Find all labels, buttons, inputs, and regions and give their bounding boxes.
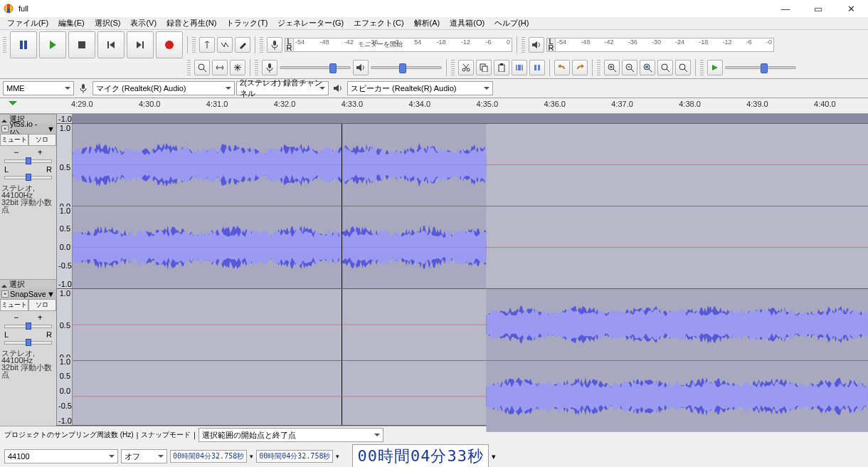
toolbar-grip[interactable] [3,37,6,53]
record-meter[interactable]: LR -54-48-42-36-3 モニターを開始 54-18-12-60 [285,38,512,52]
audio-host-combo[interactable]: MME [3,81,74,95]
svg-point-36 [644,64,650,70]
record-volume-slider[interactable] [280,66,351,69]
close-button[interactable]: ✕ [837,4,865,14]
toolbar-grip[interactable] [187,60,191,75]
skip-start-button[interactable] [97,31,125,58]
menu-analyze[interactable]: 解析(A) [410,17,445,29]
menu-effect[interactable]: エフェクト(C) [349,17,408,29]
toolbar-grip[interactable] [597,60,600,75]
speaker-icon [330,80,346,96]
track-select-label[interactable]: 選択 [9,279,25,290]
cut-button[interactable] [458,60,474,75]
playback-meter[interactable]: LR -54-48-42-36-30-24-18-12-6-0 [546,38,774,52]
maximize-button[interactable]: ▭ [804,4,832,14]
solo-button[interactable]: ソロ [28,134,57,146]
zoom-out-button[interactable] [622,60,637,75]
playback-device-combo[interactable]: スピーカー (Realtek(R) Audio) [347,81,493,95]
selection-start-field[interactable]: 00時間04分32.758秒 [170,450,247,463]
svg-rect-4 [24,41,27,49]
copy-button[interactable] [476,60,492,75]
menu-select[interactable]: 選択(S) [90,17,125,29]
svg-rect-3 [20,41,23,49]
paste-button[interactable] [494,60,509,75]
play-button[interactable] [39,31,66,58]
zoom-tool[interactable] [194,60,210,75]
speaker-icon [353,60,369,75]
redo-button[interactable] [572,60,588,75]
solo-button[interactable]: ソロ [28,299,57,311]
svg-marker-17 [356,64,361,71]
menu-tools[interactable]: 道具箱(O) [445,17,489,29]
multi-tool[interactable]: ✳ [230,60,245,75]
mute-button[interactable]: ミュート [0,134,28,146]
stop-button[interactable] [68,31,95,58]
snap-combo[interactable]: オフ [121,449,167,463]
svg-point-19 [467,68,470,71]
svg-rect-1 [7,4,10,9]
toolbar-grip[interactable] [522,37,525,53]
minimize-button[interactable]: — [771,4,800,14]
selection-format-combo[interactable]: 選択範囲の開始点と終了点 [199,428,383,442]
zoom-in-button[interactable] [604,60,620,75]
toolbar-grip[interactable] [451,60,455,75]
silence-button[interactable] [529,60,545,75]
skip-end-button[interactable] [127,31,154,58]
toolbar-grip[interactable] [255,60,258,75]
menu-edit[interactable]: 編集(E) [54,17,89,29]
track-close-button[interactable]: × [1,125,9,132]
timeshift-tool[interactable] [212,60,228,75]
window-title: full [18,4,771,13]
menu-file[interactable]: ファイル(F) [3,17,53,29]
audio-position-display[interactable]: 00時間04分33秒 [352,444,488,467]
recording-device-combo[interactable]: マイク (Realtek(R) Audio) [92,81,235,95]
selection-tool[interactable] [199,37,215,53]
svg-rect-44 [82,84,85,89]
toolbar-grip[interactable] [260,37,263,53]
track-name[interactable]: SnapSave.io [10,290,46,298]
envelope-tool[interactable] [217,37,233,53]
pan-slider[interactable] [4,341,52,345]
recording-channels-combo[interactable]: 2(ステレオ) 録音チャンネル [236,81,329,95]
menubar: ファイル(F) 編集(E) 選択(S) 表示(V) 録音と再生(N) トラック(… [0,17,868,30]
svg-line-40 [667,69,669,72]
project-rate-combo[interactable]: 44100 [4,449,118,463]
mute-button[interactable]: ミュート [0,299,28,311]
svg-rect-37 [645,65,648,68]
play-at-speed-button[interactable] [707,60,723,75]
svg-rect-24 [518,65,521,70]
mic-icon[interactable] [267,37,282,53]
pan-slider[interactable] [4,176,52,179]
svg-rect-28 [538,65,540,70]
speaker-icon[interactable] [529,37,544,53]
fit-selection-button[interactable] [640,60,655,75]
draw-tool[interactable] [235,37,250,53]
menu-help[interactable]: ヘルプ(H) [490,17,533,29]
track-menu-button[interactable]: ▼ [47,290,55,298]
timeline-ruler[interactable]: 4:29.04:30.04:31.04:32.04:33.04:34.04:35… [0,98,868,114]
svg-line-38 [649,69,652,72]
menu-view[interactable]: 表示(V) [126,17,161,29]
menu-tracks[interactable]: トラック(T) [222,17,272,29]
playback-volume-slider[interactable] [371,66,442,69]
track-menu-button[interactable]: ▼ [47,125,55,133]
trim-button[interactable] [512,60,527,75]
menu-generate[interactable]: ジェネレーター(G) [273,17,348,29]
track-close-button[interactable]: × [1,290,9,298]
undo-button[interactable] [554,60,570,75]
zoom-toggle-button[interactable] [675,60,691,75]
record-button[interactable] [156,31,183,58]
toolbar-grip[interactable] [700,60,704,75]
mic-icon [75,80,91,96]
gain-slider[interactable] [4,325,52,328]
gain-slider[interactable] [4,159,52,163]
timeline-playhead-icon[interactable] [9,101,17,110]
selection-end-field[interactable]: 00時間04分32.758秒 [256,450,333,463]
toolbar-grip[interactable] [192,37,196,53]
menu-transport[interactable]: 録音と再生(N) [162,17,221,29]
svg-rect-22 [499,65,504,72]
pause-button[interactable] [10,31,37,58]
svg-line-32 [613,69,616,72]
fit-project-button[interactable] [657,60,673,75]
playback-speed-slider[interactable] [725,66,796,69]
